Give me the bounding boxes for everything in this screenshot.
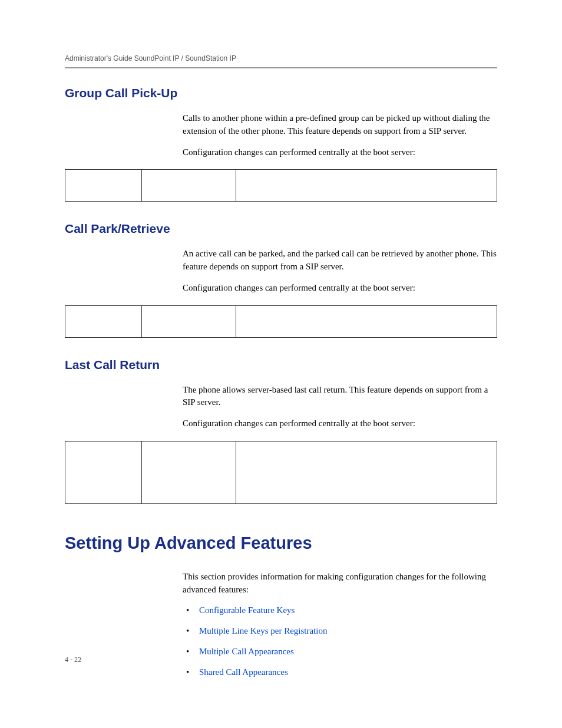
heading-last-call-return: Last Call Return xyxy=(65,358,497,372)
table-cell xyxy=(236,305,497,337)
config-table-call-park xyxy=(65,305,497,338)
table-cell xyxy=(65,305,142,337)
paragraph: An active call can be parked, and the pa… xyxy=(183,248,497,274)
heading-call-park-retrieve: Call Park/Retrieve xyxy=(65,222,497,236)
table-cell xyxy=(142,305,236,337)
link-shared-call-appearances[interactable]: Shared Call Appearances xyxy=(199,667,288,677)
page-number: 4 - 22 xyxy=(65,655,81,664)
paragraph: The phone allows server-based last call … xyxy=(183,384,497,410)
list-item: Shared Call Appearances xyxy=(183,666,497,678)
paragraph: Configuration changes can performed cent… xyxy=(183,417,497,430)
list-item: Configurable Feature Keys xyxy=(183,604,497,617)
heading-group-call-pickup: Group Call Pick-Up xyxy=(65,86,497,100)
link-configurable-feature-keys[interactable]: Configurable Feature Keys xyxy=(199,605,295,615)
header-divider xyxy=(65,67,497,68)
paragraph: Configuration changes can performed cent… xyxy=(183,146,497,159)
config-table-last-call xyxy=(65,441,497,504)
table-cell xyxy=(142,170,236,202)
paragraph: Configuration changes can performed cent… xyxy=(183,282,497,295)
advanced-features-list: Configurable Feature Keys Multiple Line … xyxy=(183,604,497,678)
table-row xyxy=(65,305,497,337)
list-item: Multiple Line Keys per Registration xyxy=(183,625,497,637)
config-table-group-call xyxy=(65,169,497,202)
table-cell xyxy=(65,170,142,202)
paragraph: This section provides information for ma… xyxy=(183,571,497,597)
table-row xyxy=(65,170,497,202)
table-cell xyxy=(65,441,142,503)
table-cell xyxy=(236,170,497,202)
header-doc-title: Administrator's Guide SoundPoint IP / So… xyxy=(65,54,497,62)
table-cell xyxy=(236,441,497,503)
table-row xyxy=(65,441,497,503)
link-multiple-call-appearances[interactable]: Multiple Call Appearances xyxy=(199,647,294,656)
list-item: Multiple Call Appearances xyxy=(183,645,497,658)
table-cell xyxy=(142,441,236,503)
heading-setting-up-advanced-features: Setting Up Advanced Features xyxy=(65,533,497,553)
link-multiple-line-keys[interactable]: Multiple Line Keys per Registration xyxy=(199,626,327,635)
paragraph: Calls to another phone within a pre-defi… xyxy=(183,112,497,138)
